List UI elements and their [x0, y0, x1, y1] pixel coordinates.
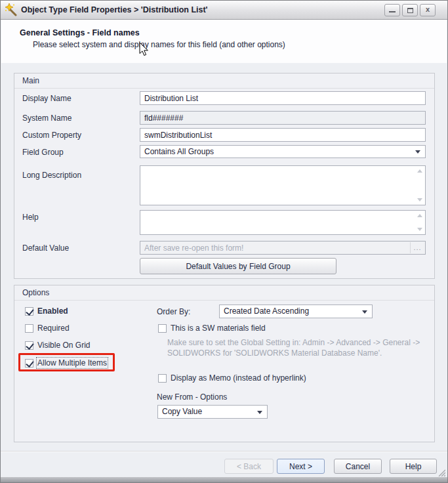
minimize-icon: [389, 11, 396, 12]
default-value-field[interactable]: ...: [140, 241, 426, 255]
scroll-up-icon[interactable]: [417, 214, 422, 217]
dialog-window: Object Type Field Properties > 'Distribu…: [0, 0, 448, 483]
display-memo-label[interactable]: Display as Memo (instead of hyperlink): [171, 373, 306, 383]
system-name-label: System Name: [22, 114, 71, 123]
help-button[interactable]: Help: [390, 459, 437, 474]
system-name-input[interactable]: [140, 111, 426, 125]
scroll-up-icon[interactable]: [417, 169, 422, 173]
visible-on-grid-label[interactable]: Visible On Grid: [37, 341, 90, 350]
long-description-label: Long Description: [22, 171, 81, 180]
window-bottom-edge: [1, 477, 447, 482]
group-main-caption: Main: [22, 76, 39, 85]
close-button[interactable]: x: [420, 4, 436, 16]
field-group-dropdown[interactable]: Contains All Groups: [140, 145, 426, 158]
cancel-button[interactable]: Cancel: [334, 459, 382, 474]
close-icon: x: [420, 5, 435, 13]
custom-property-input[interactable]: [140, 128, 426, 142]
display-name-input[interactable]: [140, 91, 426, 105]
field-group-value: Contains All Groups: [144, 147, 214, 156]
checkbox-row-enabled: Enabled: [25, 306, 68, 316]
checkbox-row-sw-materials: This is a SW materials field: [158, 324, 266, 333]
checkbox-row-required: Required: [25, 324, 70, 333]
default-value-input[interactable]: [140, 242, 411, 254]
custom-property-label: Custom Property: [22, 131, 81, 140]
display-memo-checkbox[interactable]: [158, 374, 167, 383]
checkbox-row-display-memo: Display as Memo (instead of hyperlink): [158, 373, 306, 383]
maximize-icon: [407, 8, 413, 13]
enabled-checkbox[interactable]: [25, 307, 33, 316]
sw-materials-label[interactable]: This is a SW materials field: [171, 324, 266, 333]
field-group-label: Field Group: [22, 148, 64, 157]
note-line-2: SOLIDWORKS for 'SOLIDWORKS Material Data…: [167, 348, 420, 358]
sw-materials-checkbox[interactable]: [158, 324, 167, 333]
back-button[interactable]: < Back: [224, 459, 274, 474]
note-line-1: Make sure to set the Global Setting in: …: [167, 337, 420, 348]
new-from-options-label: New From - Options: [157, 392, 227, 402]
wizard-header: General Settings - Field names Please se…: [1, 20, 447, 63]
allow-multiple-items-checkbox[interactable]: [25, 359, 33, 368]
chevron-down-icon: [415, 150, 420, 154]
new-from-options-value: Copy Value: [162, 407, 202, 416]
enabled-label[interactable]: Enabled: [37, 306, 68, 316]
resize-grip[interactable]: [437, 468, 445, 476]
required-checkbox[interactable]: [25, 324, 33, 333]
default-value-label: Default Value: [22, 243, 69, 253]
group-options-caption: Options: [22, 288, 49, 297]
long-description-textarea[interactable]: [140, 165, 426, 205]
chevron-down-icon: [257, 411, 262, 414]
default-values-by-field-group-button[interactable]: Default Values by Field Group: [140, 258, 336, 274]
allow-multiple-items-label[interactable]: Allow Multiple Items: [37, 358, 107, 368]
title-bar[interactable]: Object Type Field Properties > 'Distribu…: [1, 1, 447, 20]
required-label[interactable]: Required: [37, 324, 70, 333]
footer-divider: [1, 451, 447, 452]
order-by-label: Order By:: [157, 307, 190, 316]
checkbox-row-visible-on-grid: Visible On Grid: [25, 341, 90, 350]
help-textarea[interactable]: [140, 210, 426, 235]
maximize-button[interactable]: [402, 4, 418, 16]
scroll-down-icon[interactable]: [417, 228, 422, 231]
group-options: Options Enabled Required Visible On Grid…: [14, 285, 435, 442]
chevron-down-icon: [362, 310, 367, 314]
window-title: Object Type Field Properties > 'Distribu…: [21, 1, 208, 20]
visible-on-grid-checkbox[interactable]: [25, 341, 33, 350]
page-subtitle: Please select system and display names f…: [33, 40, 285, 49]
help-label: Help: [22, 213, 39, 222]
order-by-dropdown[interactable]: Created Date Ascending: [219, 304, 373, 318]
order-by-value: Created Date Ascending: [224, 306, 309, 316]
group-main: Main Display Name System Name Custom Pro…: [14, 73, 435, 279]
minimize-button[interactable]: [384, 4, 400, 16]
wand-star-icon: [5, 3, 18, 16]
sw-materials-note: Make sure to set the Global Setting in: …: [167, 337, 420, 358]
new-from-options-dropdown[interactable]: Copy Value: [157, 405, 268, 419]
display-name-label: Display Name: [22, 94, 71, 103]
browse-ellipsis-button[interactable]: ...: [410, 242, 424, 253]
page-title: General Settings - Field names: [20, 28, 140, 37]
checkbox-row-allow-multiple-items: Allow Multiple Items: [25, 358, 107, 368]
next-button[interactable]: Next >: [277, 459, 325, 474]
scroll-down-icon[interactable]: [417, 198, 422, 201]
mouse-cursor-icon: [139, 43, 150, 57]
